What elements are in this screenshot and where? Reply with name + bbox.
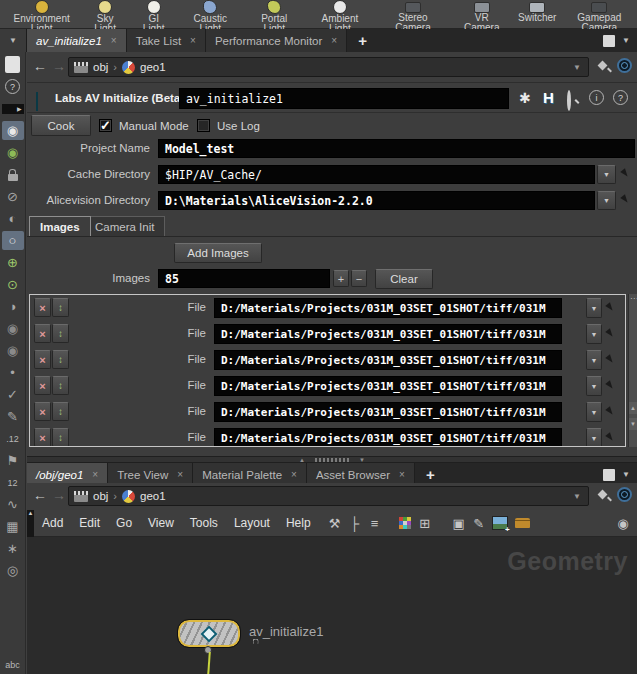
tab-performance-monitor[interactable]: Performance Monitor × xyxy=(206,29,347,52)
info-icon[interactable]: i xyxy=(589,90,604,105)
splitter-down-icon[interactable]: ▼ xyxy=(359,457,365,463)
file-path-field[interactable]: D:/Materials/Projects/031M_03SET_01SHOT/… xyxy=(214,402,562,422)
add-image-icon[interactable] xyxy=(492,516,508,530)
cache-directory-field[interactable]: $HIP/AV_Cache/ xyxy=(158,165,595,184)
help-circle-icon[interactable]: ? xyxy=(613,90,628,105)
new-tab-button[interactable]: + xyxy=(347,29,378,52)
shelf-tool-gi-light[interactable]: GI Light xyxy=(131,0,177,29)
menu-layout[interactable]: Layout xyxy=(226,516,278,530)
ghosting-eye-icon[interactable]: ◉ xyxy=(2,143,24,162)
expand-toolbar-icon[interactable]: ▶ xyxy=(2,99,24,118)
move-row-button[interactable]: ↕ xyxy=(52,376,69,395)
stowbar-pane-icon[interactable] xyxy=(2,55,24,74)
list-scrollbar[interactable]: ⋯ ▲ ▼ xyxy=(628,294,637,447)
object-visibility-eye-icon[interactable]: ◉ xyxy=(2,319,24,338)
shelf-tool-portal-light[interactable]: Portal Light xyxy=(244,0,305,29)
light-shadows-icon[interactable]: ⊙ xyxy=(2,275,24,294)
text-display-abc-icon[interactable]: abc xyxy=(2,655,24,674)
pane-layout-dropdown-icon[interactable]: ▼ xyxy=(622,470,630,479)
gear-menu-icon[interactable]: ✱ xyxy=(519,90,531,106)
search-icon[interactable] xyxy=(567,92,571,110)
marker-flag-icon[interactable]: ⚑ xyxy=(2,451,24,470)
tab-take-list[interactable]: Take List × xyxy=(127,29,206,52)
file-menu-button[interactable]: ▼ xyxy=(586,376,602,396)
breadcrumb-level-geo1[interactable]: geo1 xyxy=(140,490,166,502)
forward-arrow-icon[interactable]: → xyxy=(52,58,66,74)
follow-selection-icon[interactable] xyxy=(617,487,632,502)
point-numbers-icon[interactable]: .12 xyxy=(2,429,24,448)
move-row-button[interactable]: ↕ xyxy=(52,428,69,447)
clear-button[interactable]: Clear xyxy=(375,269,433,289)
delete-row-button[interactable]: × xyxy=(34,402,51,421)
decrement-button[interactable]: − xyxy=(351,270,367,287)
node-av-initialize1[interactable] xyxy=(178,620,240,647)
list-view-icon[interactable]: ≡ xyxy=(365,516,385,531)
menu-edit[interactable]: Edit xyxy=(71,516,108,530)
delete-row-button[interactable]: × xyxy=(34,350,51,369)
shelf-tool-vr-camera[interactable]: VR Camera xyxy=(451,0,513,29)
no-lights-icon[interactable]: ⊘ xyxy=(2,187,24,206)
menu-help[interactable]: Help xyxy=(278,516,319,530)
pane-maximize-icon[interactable] xyxy=(603,35,615,47)
manual-mode-checkbox[interactable]: ✓ xyxy=(99,119,112,132)
back-arrow-icon[interactable]: ← xyxy=(33,487,47,503)
delete-row-button[interactable]: × xyxy=(34,298,51,317)
visibility-eye-icon[interactable]: ◉ xyxy=(2,121,24,140)
file-menu-button[interactable]: ▼ xyxy=(586,402,602,422)
move-row-button[interactable]: ↕ xyxy=(52,350,69,369)
point-marker-icon[interactable]: • xyxy=(2,363,24,382)
file-menu-button[interactable]: ▼ xyxy=(586,324,602,344)
use-log-checkbox[interactable] xyxy=(197,119,210,132)
project-name-field[interactable]: Model_test xyxy=(158,139,635,158)
delete-row-button[interactable]: × xyxy=(34,428,51,447)
file-path-field[interactable]: D:/Materials/Projects/031M_03SET_01SHOT/… xyxy=(214,298,562,318)
close-icon[interactable]: × xyxy=(92,469,98,480)
breadcrumb-level-geo1[interactable]: geo1 xyxy=(140,61,166,73)
shelf-tool-stereo-camera[interactable]: Stereo Camera xyxy=(375,0,450,29)
group-list-icon[interactable]: ◎ xyxy=(2,561,24,580)
primitive-numbers-icon[interactable]: 12 xyxy=(2,473,24,492)
pane-menu-button[interactable]: ▼ xyxy=(0,29,27,52)
close-icon[interactable]: × xyxy=(331,35,337,46)
shelf-tool-gamepad-camera[interactable]: Gamepad Camera xyxy=(562,0,637,29)
network-visibility-eye-icon[interactable]: ◉ xyxy=(613,516,633,531)
notes-icon[interactable]: ✎ xyxy=(469,516,489,531)
delete-row-button[interactable]: × xyxy=(34,324,51,343)
delete-row-button[interactable]: × xyxy=(34,376,51,395)
file-path-field[interactable]: D:/Materials/Projects/031M_03SET_01SHOT/… xyxy=(214,428,562,447)
menu-tools[interactable]: Tools xyxy=(182,516,226,530)
close-icon[interactable]: × xyxy=(291,469,297,480)
increment-button[interactable]: + xyxy=(333,270,349,287)
normals-display-icon[interactable]: ∿ xyxy=(2,495,24,514)
layout-nodes-icon[interactable]: ▣ xyxy=(449,516,469,531)
move-row-button[interactable]: ↕ xyxy=(52,402,69,421)
shelf-tool-environment-light[interactable]: Environment Light xyxy=(4,0,79,29)
forward-arrow-icon[interactable]: → xyxy=(52,487,66,503)
menu-add[interactable]: Add xyxy=(34,516,71,530)
tree-view-icon[interactable]: ├ xyxy=(345,516,365,531)
images-count-field[interactable]: 85 xyxy=(158,269,330,288)
shelf-tool-caustic-light[interactable]: Caustic Light xyxy=(176,0,244,29)
toolbar-collapse-handle[interactable]: ▲ xyxy=(27,510,34,537)
normal-lighting-icon[interactable]: ○ xyxy=(2,231,24,250)
pivot-axes-icon[interactable]: ∗ xyxy=(2,539,24,558)
av-dir-menu-button[interactable]: ▼ xyxy=(597,191,616,210)
file-path-field[interactable]: D:/Materials/Projects/031M_03SET_01SHOT/… xyxy=(214,324,562,344)
scroll-up-icon[interactable]: ▲ xyxy=(629,402,637,414)
file-menu-button[interactable]: ▼ xyxy=(586,350,602,370)
network-path-field[interactable]: obj › geo1 ▼ xyxy=(68,57,589,77)
scroll-down-icon[interactable]: ▼ xyxy=(629,418,637,430)
tools-icon[interactable]: ⚒ xyxy=(325,516,345,531)
selection-visibility-eye-icon[interactable]: ◉ xyxy=(2,341,24,360)
menu-go[interactable]: Go xyxy=(108,516,140,530)
close-icon[interactable]: × xyxy=(111,35,117,46)
move-row-button[interactable]: ↕ xyxy=(52,324,69,343)
breadcrumb-level-obj[interactable]: obj xyxy=(93,61,108,73)
material-shading-ball-icon[interactable]: ◑ xyxy=(2,297,24,316)
pane-maximize-icon[interactable] xyxy=(603,469,615,481)
close-icon[interactable]: × xyxy=(177,469,183,480)
shelf-tool-switcher[interactable]: Switcher xyxy=(513,0,562,29)
network-path-field[interactable]: obj › geo1 ▼ xyxy=(68,486,589,506)
file-path-field[interactable]: D:/Materials/Projects/031M_03SET_01SHOT/… xyxy=(214,376,562,396)
snap-toggle-icon[interactable]: ✓ xyxy=(2,385,24,404)
